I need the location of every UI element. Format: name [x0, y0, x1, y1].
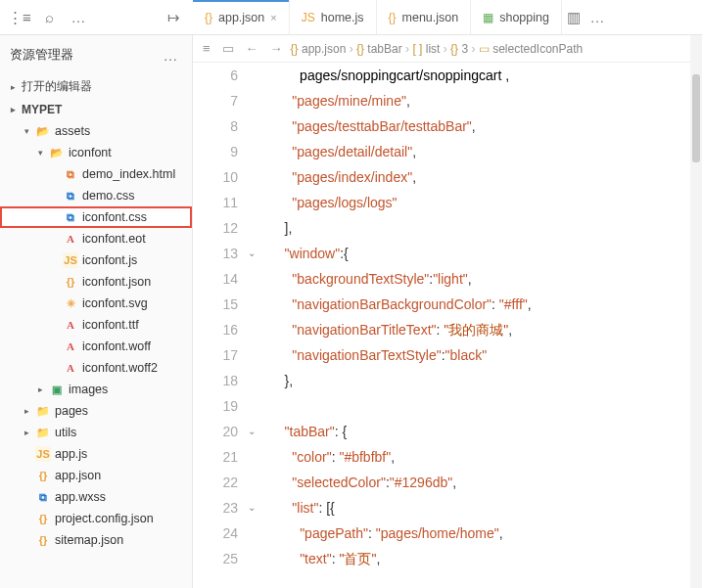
file-icon: {} — [35, 511, 51, 526]
editor-tab[interactable]: ▦shopping — [471, 0, 562, 34]
line-number: 20 — [193, 419, 238, 444]
tree-item[interactable]: JSiconfont.js — [0, 249, 192, 271]
code-line[interactable]: "pages/logs/logs" — [269, 190, 532, 215]
code-line[interactable]: "pages/testtabBar/testtabBar", — [269, 113, 532, 139]
fold-gutter[interactable]: ⌄ — [248, 495, 265, 520]
code-line[interactable]: "selectedColor":"#1296db", — [269, 470, 532, 495]
code-line[interactable]: pages/snoppingcart/snoppingcart , — [269, 63, 532, 88]
fold-gutter[interactable] — [248, 215, 265, 241]
more-icon[interactable]: … — [67, 6, 90, 29]
bookmark-icon[interactable]: ▭ — [218, 41, 238, 56]
chevron-right-icon: ▸ — [8, 82, 18, 92]
editor-tab[interactable]: {}menu.json — [377, 0, 472, 34]
fold-gutter[interactable] — [248, 113, 265, 139]
code-line[interactable]: ], — [269, 215, 532, 241]
code-line[interactable]: "navigationBarTitleText": "我的商城", — [269, 317, 532, 342]
tree-item[interactable]: ⧉demo.css — [0, 185, 192, 206]
code-line[interactable]: "pagePath": "pages/home/home", — [269, 520, 532, 546]
tree-item[interactable]: Aiconfont.eot — [0, 228, 192, 249]
fold-gutter[interactable] — [248, 393, 265, 419]
code-line[interactable]: "backgroundTextStyle":"light", — [269, 266, 532, 292]
file-icon: ⧉ — [35, 489, 51, 505]
tree-item[interactable]: Aiconfont.woff — [0, 336, 192, 357]
fold-gutter[interactable] — [248, 546, 265, 571]
code-line[interactable]: "pages/index/index", — [269, 164, 532, 190]
project-header[interactable]: ▸ MYPET — [0, 99, 192, 120]
code-line[interactable]: }, — [269, 368, 532, 393]
line-number: 16 — [193, 317, 238, 342]
tree-item[interactable]: ▸▣images — [0, 379, 192, 400]
fold-gutter[interactable] — [248, 342, 265, 368]
code-line[interactable]: "color": "#bfbfbf", — [269, 444, 532, 470]
line-number: 6 — [193, 63, 238, 88]
code-line[interactable]: "tabBar": { — [269, 419, 532, 444]
nav-forward-icon[interactable]: → — [266, 41, 287, 56]
breadcrumb-item[interactable]: tabBar — [367, 42, 401, 56]
file-icon: 📁 — [35, 425, 51, 440]
tree-item[interactable]: Aiconfont.ttf — [0, 314, 192, 336]
tree-item[interactable]: ▾📂assets — [0, 120, 192, 142]
fold-gutter[interactable] — [248, 63, 265, 88]
tree-item[interactable]: ▸📁pages — [0, 400, 192, 422]
code-line[interactable]: "navigationBarTextStyle":"black" — [269, 342, 532, 368]
code-line[interactable]: "pages/mine/mine", — [269, 88, 532, 113]
editor-tab[interactable]: {}app.json× — [193, 0, 290, 34]
tree-item[interactable]: ▾📂iconfont — [0, 142, 192, 163]
tree-item[interactable]: {}sitemap.json — [0, 529, 192, 551]
fold-gutter[interactable] — [248, 164, 265, 190]
search-icon[interactable]: ⌕ — [37, 6, 61, 29]
fold-gutter[interactable] — [248, 139, 265, 164]
tree-item[interactable]: {}project.config.json — [0, 508, 192, 529]
split-editor-icon[interactable]: ▥ — [562, 6, 585, 29]
tree-item[interactable]: {}iconfont.json — [0, 271, 192, 293]
breadcrumb-item[interactable]: selectedIconPath — [492, 42, 583, 56]
tree-item[interactable]: Aiconfont.woff2 — [0, 357, 192, 379]
tab-overflow-icon[interactable]: … — [585, 6, 609, 29]
tree-item[interactable]: ✳iconfont.svg — [0, 293, 192, 314]
open-editors-header[interactable]: ▸ 打开的编辑器 — [0, 74, 192, 99]
file-name: iconfont.svg — [82, 296, 148, 310]
fold-gutter[interactable] — [248, 470, 265, 495]
breadcrumb-item[interactable]: app.json — [302, 42, 346, 56]
tree-item[interactable]: JSapp.js — [0, 443, 192, 465]
fold-gutter[interactable]: ⌄ — [248, 241, 265, 266]
code-editor[interactable]: 678910111213141516171819202122232425 ⌄⌄⌄… — [193, 63, 690, 588]
code-line[interactable] — [269, 393, 532, 419]
file-name: demo.css — [82, 189, 135, 203]
editor-tab[interactable]: JShome.js — [290, 0, 377, 34]
code-line[interactable]: "navigationBarBackgroundColor": "#fff", — [269, 292, 532, 317]
file-name: pages — [55, 404, 88, 418]
fold-gutter[interactable] — [248, 444, 265, 470]
fold-gutter[interactable] — [248, 368, 265, 393]
breadcrumb-icon: {} — [356, 42, 364, 56]
line-number: 8 — [193, 113, 238, 139]
menu-icon[interactable]: ⋮≡ — [8, 6, 31, 29]
tree-item[interactable]: ⧉app.wxss — [0, 486, 192, 508]
code-line[interactable]: "pages/detail/detail", — [269, 139, 532, 164]
fold-gutter[interactable] — [248, 317, 265, 342]
code-line[interactable]: "list": [{ — [269, 495, 532, 520]
chevron-icon: ▸ — [22, 428, 31, 437]
list-icon[interactable]: ≡ — [199, 41, 214, 56]
breadcrumb-item[interactable]: list — [426, 42, 441, 56]
fold-gutter[interactable] — [248, 88, 265, 113]
code-line[interactable]: "text": "首页", — [269, 546, 532, 571]
explorer-more-icon[interactable]: … — [159, 43, 182, 67]
fold-gutter[interactable] — [248, 292, 265, 317]
tree-item[interactable]: ⧉iconfont.css — [0, 206, 192, 228]
tree-item[interactable]: ⧉demo_index.html — [0, 163, 192, 185]
tree-item[interactable]: {}app.json — [0, 465, 192, 486]
toggle-panel-icon[interactable]: ↦ — [162, 6, 185, 29]
fold-gutter[interactable] — [248, 520, 265, 546]
fold-gutter[interactable]: ⌄ — [248, 419, 265, 444]
fold-gutter[interactable] — [248, 190, 265, 215]
code-line[interactable]: "window":{ — [269, 241, 532, 266]
file-type-icon: {} — [205, 11, 212, 24]
nav-back-icon[interactable]: ← — [242, 41, 262, 56]
vertical-scrollbar[interactable] — [690, 35, 702, 588]
close-icon[interactable]: × — [270, 12, 276, 23]
file-icon: ▣ — [49, 382, 65, 397]
file-name: iconfont.css — [82, 210, 147, 224]
tree-item[interactable]: ▸📁utils — [0, 422, 192, 443]
fold-gutter[interactable] — [248, 266, 265, 292]
